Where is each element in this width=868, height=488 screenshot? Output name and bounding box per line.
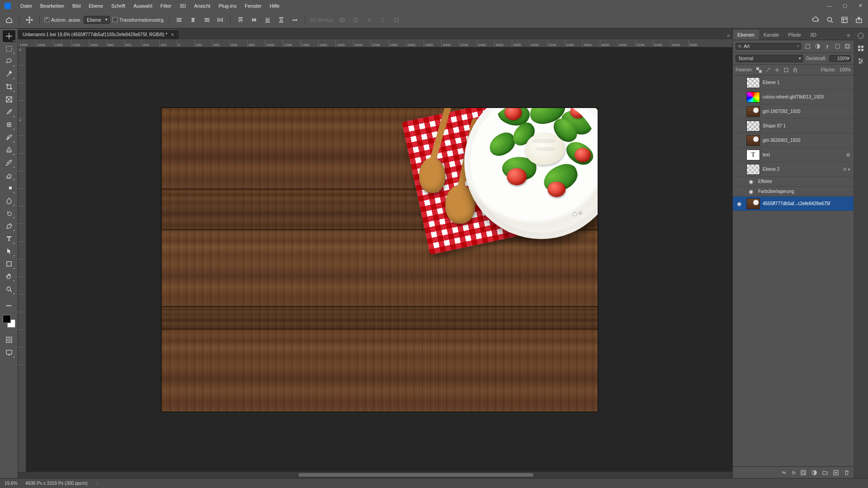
ruler-horizontal[interactable]: 1800160014001200100080060040020002004006… [18, 39, 732, 47]
layer-thumb[interactable] [746, 198, 760, 209]
tool-pen[interactable] [3, 220, 15, 232]
menu-select[interactable]: Auswahl [129, 0, 156, 11]
layer-thumb[interactable] [746, 92, 760, 103]
menu-edit[interactable]: Bearbeiten [36, 0, 68, 11]
tab-paths[interactable]: Pfade [783, 30, 806, 40]
window-maximize-button[interactable]: ▢ [837, 0, 853, 11]
tool-crop[interactable] [3, 81, 15, 93]
align-bottom-icon[interactable] [262, 14, 273, 25]
new-layer-icon[interactable] [833, 469, 839, 476]
tool-shape[interactable] [3, 258, 15, 270]
workspace-icon[interactable] [839, 14, 850, 25]
menu-file[interactable]: Datei [16, 0, 36, 11]
tool-zoom[interactable] [3, 283, 15, 295]
layer-name[interactable]: Ebene 1 [763, 80, 852, 85]
menu-type[interactable]: Schrift [107, 0, 129, 11]
tool-path-select[interactable] [3, 245, 15, 257]
collapsed-properties-icon[interactable] [857, 57, 864, 65]
visibility-toggle[interactable]: ◉ [746, 188, 755, 195]
layer-row[interactable]: T text ⊞ [733, 148, 854, 162]
mask-icon[interactable] [800, 469, 807, 476]
layer-name[interactable]: 4555ff777db5af...c2efe8428e675f [763, 201, 852, 206]
tool-heal[interactable] [3, 119, 15, 131]
menu-help[interactable]: Hilfe [265, 0, 283, 11]
tab-channels[interactable]: Kanäle [759, 30, 783, 40]
layer-name[interactable]: Ebene 2 [763, 167, 840, 172]
auto-select-checkbox[interactable]: Autom. ausw. [44, 17, 81, 23]
layer-filter-input[interactable] [744, 44, 795, 49]
share-icon[interactable] [854, 14, 864, 25]
delete-icon[interactable] [844, 469, 850, 476]
more-align-icon[interactable]: ••• [289, 14, 300, 25]
blend-mode-dropdown[interactable]: Normal [736, 55, 803, 62]
lock-transparency-icon[interactable] [756, 67, 762, 73]
layer-effects-header[interactable]: ◉ Effekte [733, 177, 854, 187]
tool-eraser[interactable] [3, 169, 15, 181]
close-tab-icon[interactable]: × [171, 32, 174, 38]
tab-layers[interactable]: Ebenen [733, 30, 759, 40]
layer-thumb[interactable] [746, 77, 760, 88]
tool-frame[interactable] [3, 94, 15, 105]
layer-thumb[interactable] [746, 135, 760, 146]
lock-artboard-icon[interactable] [783, 67, 789, 73]
lock-pixels-icon[interactable] [765, 67, 771, 73]
tool-history-brush[interactable] [3, 157, 15, 169]
menu-3d[interactable]: 3D [175, 0, 190, 11]
link-layers-icon[interactable] [781, 469, 787, 476]
lock-position-icon[interactable] [774, 67, 780, 73]
document-tab[interactable]: Unbenannt-1 bei 19,6% (4555ff777db5af116… [18, 29, 179, 39]
tool-edit-toolbar[interactable]: ••• [3, 300, 15, 311]
window-close-button[interactable]: ✕ [853, 0, 868, 11]
menu-filter[interactable]: Filter [156, 0, 175, 11]
group-icon[interactable] [822, 469, 828, 476]
align-middle-v-icon[interactable] [249, 14, 259, 25]
tool-move[interactable] [3, 30, 15, 42]
adjustment-icon[interactable] [811, 469, 817, 476]
fx-indicator[interactable]: fx ▾ [843, 167, 852, 172]
auto-select-target-dropdown[interactable]: Ebene [84, 16, 110, 24]
horizontal-scrollbar[interactable] [18, 472, 732, 478]
layer-name[interactable]: text [763, 152, 844, 157]
fill-field[interactable]: 100% [839, 67, 851, 72]
collapsed-swatches-icon[interactable] [857, 45, 864, 52]
align-center-h-icon[interactable] [188, 14, 198, 25]
visibility-toggle[interactable]: ◉ [735, 201, 744, 207]
tab-overflow-icon[interactable]: » [724, 31, 732, 39]
doc-dimensions[interactable]: 4936 Px x 3319 Px (300 ppcm) [25, 481, 87, 486]
tool-blur[interactable] [3, 195, 15, 206]
status-menu-icon[interactable]: 〉 [96, 480, 100, 487]
tool-brush[interactable] [3, 131, 15, 143]
align-left-icon[interactable] [174, 14, 185, 25]
filter-adjust-icon[interactable] [814, 43, 821, 50]
home-icon[interactable] [4, 14, 14, 25]
color-swatch[interactable] [3, 315, 15, 328]
layer-effect-item[interactable]: ◉ Farbüberlagerung [733, 187, 854, 197]
visibility-toggle[interactable]: ◉ [746, 178, 755, 185]
cloud-docs-icon[interactable] [810, 14, 821, 25]
layer-thumb[interactable]: T [746, 150, 760, 160]
filter-pixel-icon[interactable] [804, 43, 811, 50]
align-top-icon[interactable] [235, 14, 246, 25]
tool-wand[interactable] [3, 68, 15, 80]
layer-badge[interactable]: ⊞ [846, 152, 852, 157]
window-minimize-button[interactable]: — [822, 0, 837, 11]
tool-lasso[interactable] [3, 56, 15, 67]
layer-row[interactable]: Ebene 1 [733, 75, 854, 90]
lock-all-icon[interactable] [793, 67, 798, 73]
filter-shape-icon[interactable] [834, 43, 841, 50]
tool-stamp[interactable] [3, 144, 15, 156]
tool-hand[interactable] [3, 271, 15, 282]
layer-row[interactable]: girl-3626901_1920 [733, 133, 854, 148]
layer-name[interactable]: girl-3626901_1920 [763, 138, 852, 143]
filter-type-icon[interactable]: T [824, 43, 831, 50]
filter-smart-icon[interactable] [844, 43, 851, 50]
transform-controls-checkbox[interactable]: Transformationsstrg. [113, 17, 165, 23]
ruler-vertical[interactable]: 00 [18, 47, 26, 472]
tool-marquee[interactable] [3, 43, 15, 55]
menu-image[interactable]: Bild [68, 0, 85, 11]
layer-name[interactable]: colour-wheel-gbf78d013_1920 [763, 94, 852, 99]
layer-thumb[interactable] [746, 121, 760, 131]
layer-row[interactable]: colour-wheel-gbf78d013_1920 [733, 90, 854, 104]
menu-plugins[interactable]: Plug-ins [214, 0, 241, 11]
layer-name[interactable]: girl-1867092_1920 [763, 109, 852, 114]
